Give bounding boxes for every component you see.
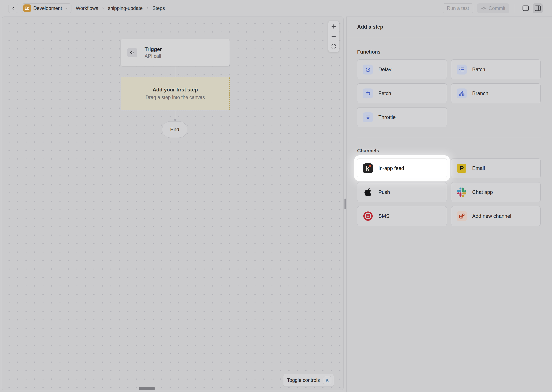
end-node[interactable]: End [162, 121, 187, 138]
top-bar: Development Workflows shipping-update St… [0, 0, 552, 16]
step-card-label: Email [472, 165, 485, 171]
connector-line [175, 66, 175, 77]
panel-left-icon [522, 5, 529, 12]
run-a-test-button[interactable]: Run a test [443, 3, 473, 13]
step-card-chat-app[interactable]: Chat app [451, 182, 541, 202]
horizontal-scrollbar[interactable] [139, 387, 155, 390]
step-card-branch[interactable]: Branch [451, 83, 541, 103]
keyboard-shortcut-badge: K [323, 376, 331, 384]
workflow-canvas[interactable]: Trigger API call Add your first step Dra… [2, 16, 344, 390]
git-commit-icon [481, 6, 487, 11]
breadcrumb: Workflows shipping-update Steps [76, 6, 165, 11]
step-card-label: Batch [472, 66, 485, 72]
step-card-label: Chat app [472, 189, 493, 195]
add-step-panel: Add a step Functions Delay Batch [346, 16, 552, 392]
chevron-down-icon [65, 6, 68, 10]
add-first-step-dropzone[interactable]: Add your first step Drag a step into the… [121, 77, 230, 110]
commit-button[interactable]: Commit [477, 3, 509, 13]
step-card-in-app-feed[interactable]: k In-app feed [357, 158, 447, 178]
zoom-controls [328, 21, 339, 52]
functions-section-label: Functions [357, 49, 541, 55]
chevron-left-icon [11, 6, 16, 11]
minus-icon [331, 34, 336, 39]
swap-arrows-icon [363, 89, 373, 98]
apple-logo [363, 188, 373, 197]
chevron-right-icon [101, 6, 105, 10]
step-card-label: SMS [378, 213, 389, 219]
panel-right-icon [534, 5, 541, 12]
step-card-label: Fetch [378, 90, 391, 96]
step-card-label: Push [378, 189, 390, 195]
knock-logo: k [363, 163, 373, 173]
channels-section-label: Channels [357, 148, 541, 154]
commit-label: Commit [489, 6, 505, 11]
dropzone-subtitle: Drag a step into the canvas [146, 95, 205, 100]
stopwatch-icon [363, 64, 373, 75]
panel-header: Add a step [347, 17, 552, 37]
connector-arrow [173, 110, 178, 121]
functions-grid: Delay Batch Fetch [357, 59, 541, 127]
workflow-editor: Development Workflows shipping-update St… [0, 0, 552, 392]
step-card-add-new-channel[interactable]: Add new channel [451, 206, 541, 226]
grid-plus-icon [457, 211, 467, 221]
breadcrumb-workflows[interactable]: Workflows [76, 6, 98, 11]
step-card-label: Add new channel [472, 213, 511, 219]
trigger-subtitle: API call [145, 53, 162, 59]
topbar-divider [515, 4, 515, 13]
right-panel-toggle[interactable] [533, 3, 543, 13]
fit-view-button[interactable] [331, 44, 336, 49]
step-card-delay[interactable]: Delay [357, 59, 447, 79]
breadcrumb-workflow-name[interactable]: shipping-update [108, 6, 143, 11]
trigger-node[interactable]: Trigger API call [121, 39, 230, 66]
panel-title: Add a step [357, 24, 383, 30]
channels-grid: k In-app feed P Email Push [357, 158, 541, 226]
vertical-scrollbar[interactable] [344, 199, 346, 209]
step-card-fetch[interactable]: Fetch [357, 83, 447, 103]
environment-label: Development [33, 6, 62, 11]
panel-content: Functions Delay Batch [347, 49, 552, 226]
section-divider [357, 137, 541, 137]
back-button[interactable] [8, 4, 18, 13]
twilio-logo [363, 211, 373, 221]
trigger-title: Trigger [145, 46, 162, 53]
postmark-logo: P [457, 164, 467, 173]
step-card-label: Throttle [378, 114, 396, 120]
toggle-controls-label: Toggle controls [287, 377, 320, 383]
filter-lines-icon [363, 112, 373, 122]
environment-folder-icon [23, 4, 31, 12]
step-card-throttle[interactable]: Throttle [357, 107, 447, 127]
tree-icon [457, 89, 467, 98]
knock-dot [369, 165, 371, 167]
step-card-email[interactable]: P Email [451, 158, 541, 178]
zoom-in-button[interactable] [331, 24, 336, 29]
plus-icon [331, 24, 336, 29]
dropzone-title: Add your first step [153, 87, 198, 93]
step-card-label: Delay [378, 66, 391, 72]
step-card-batch[interactable]: Batch [451, 59, 541, 79]
slack-logo [457, 188, 467, 197]
chevron-right-icon [146, 6, 149, 10]
environment-switcher[interactable]: Development [22, 3, 72, 13]
fit-screen-icon [331, 44, 336, 49]
breadcrumb-steps: Steps [153, 6, 165, 11]
code-icon [127, 48, 137, 57]
zoom-out-button[interactable] [331, 34, 336, 39]
step-card-label: In-app feed [378, 165, 404, 171]
list-icon [457, 64, 467, 75]
step-card-sms[interactable]: SMS [357, 206, 447, 226]
step-card-push[interactable]: Push [357, 182, 447, 202]
left-panel-toggle[interactable] [521, 3, 530, 13]
step-card-label: Branch [472, 90, 488, 96]
toggle-controls-button[interactable]: Toggle controls K [283, 374, 334, 387]
